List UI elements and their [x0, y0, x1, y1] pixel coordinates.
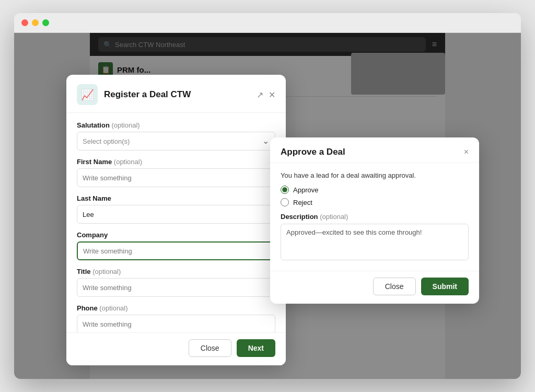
first-name-input[interactable] — [77, 168, 275, 187]
register-next-button[interactable]: Next — [237, 339, 275, 357]
salutation-select[interactable]: Select option(s) — [77, 132, 275, 151]
modal-register-title: Register a Deal CTW — [104, 89, 250, 100]
last-name-label: Last Name — [77, 194, 275, 202]
modal-approve-deal: Approve a Deal × You have a lead for a d… — [270, 137, 479, 304]
modal-register-header-icons: ↗ ✕ — [257, 90, 275, 100]
phone-input[interactable] — [77, 315, 275, 332]
approve-close-icon[interactable]: × — [464, 147, 469, 157]
approve-close-button[interactable]: Close — [373, 278, 416, 295]
mac-titlebar — [14, 13, 521, 33]
window-maximize-button[interactable] — [42, 19, 49, 26]
modal-register-body: Salutation (optional) Select option(s) F — [66, 113, 286, 332]
description-textarea[interactable]: Approved—excited to see this come throug… — [281, 224, 469, 260]
description-label: Description (optional) — [281, 213, 469, 221]
approve-body: You have a lead for a deal awaiting appr… — [270, 163, 479, 271]
company-input[interactable] — [77, 241, 275, 260]
radio-approve-input[interactable] — [281, 186, 289, 194]
app-background: 🔍 Search CTW Northeast ≡ 📋 PRM fo... Hom… — [14, 33, 521, 379]
modal-register-close-icon[interactable]: ✕ — [269, 90, 275, 100]
approve-footer: Close Submit — [270, 271, 479, 304]
modal-register-deal: 📈 Register a Deal CTW ↗ ✕ Salutation (op… — [66, 75, 286, 365]
mac-window: 🔍 Search CTW Northeast ≡ 📋 PRM fo... Hom… — [14, 13, 521, 379]
radio-approve-label: Approve — [293, 186, 318, 194]
approve-title: Approve a Deal — [281, 147, 345, 157]
salutation-label: Salutation (optional) — [77, 121, 275, 129]
salutation-select-wrapper: Select option(s) — [77, 132, 275, 151]
approve-lead-text: You have a lead for a deal awaiting appr… — [281, 171, 469, 179]
field-phone: Phone (optional) — [77, 304, 275, 332]
window-close-button[interactable] — [21, 19, 28, 26]
register-close-button[interactable]: Close — [189, 339, 231, 357]
company-label: Company — [77, 231, 275, 239]
radio-reject[interactable]: Reject — [281, 198, 469, 206]
modal-register-header: 📈 Register a Deal CTW ↗ ✕ — [66, 75, 286, 113]
title-input[interactable] — [77, 278, 275, 297]
radio-reject-input[interactable] — [281, 198, 289, 206]
modal-register-footer: Close Next — [66, 332, 286, 365]
approve-submit-button[interactable]: Submit — [421, 278, 469, 295]
external-link-icon[interactable]: ↗ — [257, 90, 263, 100]
radio-reject-label: Reject — [293, 199, 312, 206]
field-first-name: First Name (optional) — [77, 158, 275, 187]
field-title: Title (optional) — [77, 268, 275, 297]
last-name-input[interactable] — [77, 205, 275, 224]
field-last-name: Last Name — [77, 194, 275, 224]
title-label: Title (optional) — [77, 268, 275, 275]
phone-label: Phone (optional) — [77, 304, 275, 312]
modal-register-icon: 📈 — [77, 84, 98, 105]
field-company: Company — [77, 231, 275, 260]
window-minimize-button[interactable] — [32, 19, 39, 26]
field-salutation: Salutation (optional) Select option(s) — [77, 121, 275, 151]
radio-approve[interactable]: Approve — [281, 186, 469, 194]
first-name-label: First Name (optional) — [77, 158, 275, 166]
approve-header: Approve a Deal × — [270, 137, 479, 163]
